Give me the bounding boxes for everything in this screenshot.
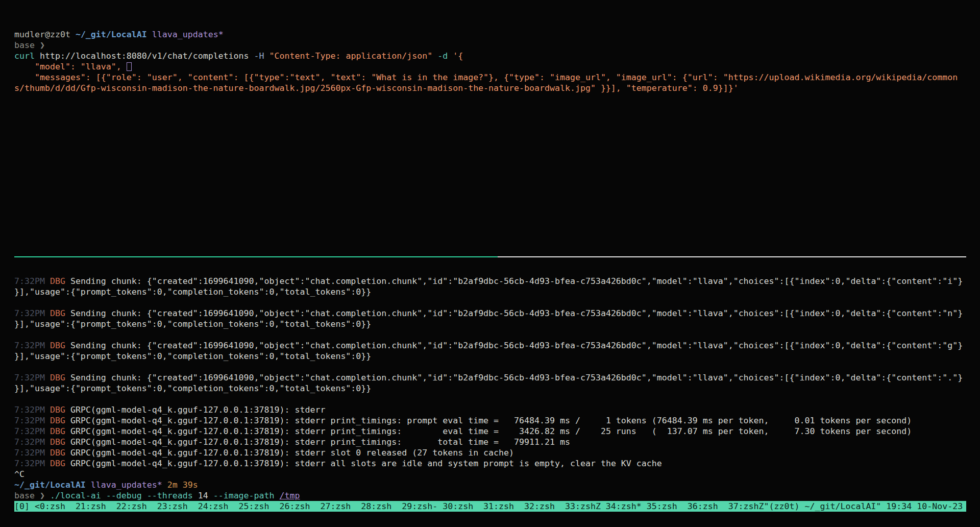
cwd-path: ~/_git/LocalAI	[14, 480, 86, 490]
log-grpc-prompt-eval: 7:32PM DBG GRPC(ggml-model-q4_k.gguf-127…	[14, 415, 963, 426]
json-model-line: "model": "llava",	[14, 61, 958, 72]
log-message: }],"usage":{"prompt_tokens":0,"completio…	[14, 351, 371, 361]
terminal-screen[interactable]: mudler@zz0t ~/_git/LocalAI llava_updates…	[0, 0, 980, 527]
flag-debug: --debug	[106, 491, 142, 500]
text-run	[264, 51, 270, 61]
timestamp: 7:32PM	[14, 308, 50, 318]
log-block: 7:32PM DBG Sending chunk: {"created":169…	[14, 276, 963, 501]
timestamp: 7:32PM	[14, 405, 50, 415]
log-message: GRPC(ggml-model-q4_k.gguf-127.0.0.1:3781…	[70, 437, 570, 447]
timestamp: 7:32PM	[14, 276, 50, 286]
json-model-field: "model": "llava",	[14, 62, 127, 71]
tmux-status-text: [0] <0:zsh 21:zsh 22:zsh 23:zsh 24:zsh 2…	[14, 501, 963, 511]
pane-divider-inactive-segment	[498, 256, 966, 257]
log-level: DBG	[50, 276, 70, 286]
header-value: "Content-Type: application/json"	[270, 51, 433, 61]
prompt-line-user: mudler@zz0t ~/_git/LocalAI llava_updates…	[14, 29, 958, 40]
log-level: DBG	[50, 341, 70, 350]
log-message: }],"usage":{"prompt_tokens":0,"completio…	[14, 384, 371, 393]
timestamp: 7:32PM	[14, 448, 50, 458]
command-name: ./local-ai	[50, 491, 101, 500]
log-grpc-total: 7:32PM DBG GRPC(ggml-model-q4_k.gguf-127…	[14, 437, 963, 447]
top-block: mudler@zz0t ~/_git/LocalAI llava_updates…	[14, 29, 958, 93]
log-message: Sending chunk: {"created":1699641090,"ob…	[70, 341, 963, 350]
log-message: GRPC(ggml-model-q4_k.gguf-127.0.0.1:3781…	[70, 459, 662, 468]
timestamp: 7:32PM	[14, 459, 50, 468]
log-chunk-3-wrap: }],"usage":{"prompt_tokens":0,"completio…	[14, 351, 963, 362]
text-run	[142, 491, 147, 500]
log-grpc-eval: 7:32PM DBG GRPC(ggml-model-q4_k.gguf-127…	[14, 426, 963, 437]
log-chunk-2: 7:32PM DBG Sending chunk: {"created":169…	[14, 308, 963, 319]
log-grpc-slots-idle: 7:32PM DBG GRPC(ggml-model-q4_k.gguf-127…	[14, 458, 963, 469]
log-grpc-slot-released: 7:32PM DBG GRPC(ggml-model-q4_k.gguf-127…	[14, 447, 963, 458]
blank-line	[14, 329, 963, 340]
log-message: GRPC(ggml-model-q4_k.gguf-127.0.0.1:3781…	[70, 416, 912, 425]
log-message: }],"usage":{"prompt_tokens":0,"completio…	[14, 319, 371, 329]
text-run	[275, 491, 280, 500]
text-run	[448, 51, 453, 61]
log-message: }],"usage":{"prompt_tokens":0,"completio…	[14, 287, 371, 297]
pane-divider-active-segment	[14, 256, 498, 257]
log-chunk-1-wrap: }],"usage":{"prompt_tokens":0,"completio…	[14, 286, 963, 297]
log-message: Sending chunk: {"created":1699641090,"ob…	[70, 308, 963, 318]
json-url-wrap: s/thumb/d/dd/Gfp-wisconsin-madison-the-n…	[14, 83, 739, 93]
log-message: GRPC(ggml-model-q4_k.gguf-127.0.0.1:3781…	[70, 426, 912, 436]
command-name: curl	[14, 51, 35, 61]
flag-data: -d	[437, 51, 448, 61]
json-body-start: '{	[453, 51, 463, 61]
flag-header: -H	[254, 51, 264, 61]
blank-line	[14, 394, 963, 404]
command-line-localai: base ❯ ./local-ai --debug --threads 14 -…	[14, 490, 963, 501]
pane-divider[interactable]	[14, 256, 966, 257]
log-level: DBG	[50, 416, 70, 425]
log-chunk-2-wrap: }],"usage":{"prompt_tokens":0,"completio…	[14, 319, 963, 329]
blank-line	[14, 362, 963, 372]
command-line-curl: curl http://localhost:8080/v1/chat/compl…	[14, 51, 958, 61]
git-branch: llava_updates*	[86, 480, 162, 490]
log-chunk-1: 7:32PM DBG Sending chunk: {"created":169…	[14, 276, 963, 286]
text-run	[432, 51, 437, 61]
log-chunk-4-wrap: }],"usage":{"prompt_tokens":0,"completio…	[14, 383, 963, 394]
timestamp: 7:32PM	[14, 437, 50, 447]
url-argument: http://localhost:8080/v1/chat/completion…	[35, 51, 254, 61]
json-messages-field: "messages": [{"role": "user", "content":…	[14, 73, 958, 82]
log-level: DBG	[50, 426, 70, 436]
timestamp: 7:32PM	[14, 416, 50, 425]
cwd-path: ~/_git/LocalAI	[76, 30, 147, 39]
log-level: DBG	[50, 459, 70, 468]
log-message: GRPC(ggml-model-q4_k.gguf-127.0.0.1:3781…	[70, 405, 326, 415]
git-branch: llava_updates*	[147, 30, 224, 39]
prompt-line-after: ~/_git/LocalAI llava_updates* 2m 39s	[14, 480, 963, 490]
tmux-status-bar[interactable]: [0] <0:zsh 21:zsh 22:zsh 23:zsh 24:zsh 2…	[14, 501, 966, 512]
json-messages-line: "messages": [{"role": "user", "content":…	[14, 72, 958, 83]
timestamp: 7:32PM	[14, 426, 50, 436]
log-chunk-3: 7:32PM DBG Sending chunk: {"created":169…	[14, 340, 963, 351]
log-level: DBG	[50, 448, 70, 458]
log-level: DBG	[50, 405, 70, 415]
image-path-value: /tmp	[280, 491, 300, 500]
log-message: GRPC(ggml-model-q4_k.gguf-127.0.0.1:3781…	[70, 448, 514, 458]
user-host: mudler@zz0t	[14, 30, 76, 39]
json-url-wrap-line: s/thumb/d/dd/Gfp-wisconsin-madison-the-n…	[14, 83, 958, 93]
timestamp: 7:32PM	[14, 373, 50, 382]
log-level: DBG	[50, 373, 70, 382]
log-message: Sending chunk: {"created":1699641090,"ob…	[70, 276, 963, 286]
sigint-line: ^C	[14, 469, 963, 480]
flag-threads: --threads	[147, 491, 193, 500]
threads-value: 14	[193, 491, 213, 500]
prompt-symbol: base ❯	[14, 40, 45, 50]
flag-image-path: --image-path	[213, 491, 275, 500]
log-message: Sending chunk: {"created":1699641090,"ob…	[70, 373, 963, 382]
timestamp: 7:32PM	[14, 341, 50, 350]
prompt-line-base: base ❯	[14, 40, 958, 51]
log-chunk-4: 7:32PM DBG Sending chunk: {"created":169…	[14, 372, 963, 383]
blank-line	[14, 297, 963, 308]
terminal-cursor	[127, 62, 132, 71]
text-run	[101, 491, 106, 500]
log-level: DBG	[50, 437, 70, 447]
command-duration: 2m 39s	[162, 480, 198, 490]
prompt-symbol: base ❯	[14, 491, 50, 500]
log-grpc-stderr: 7:32PM DBG GRPC(ggml-model-q4_k.gguf-127…	[14, 404, 963, 415]
sigint-indicator: ^C	[14, 469, 24, 479]
log-level: DBG	[50, 308, 70, 318]
